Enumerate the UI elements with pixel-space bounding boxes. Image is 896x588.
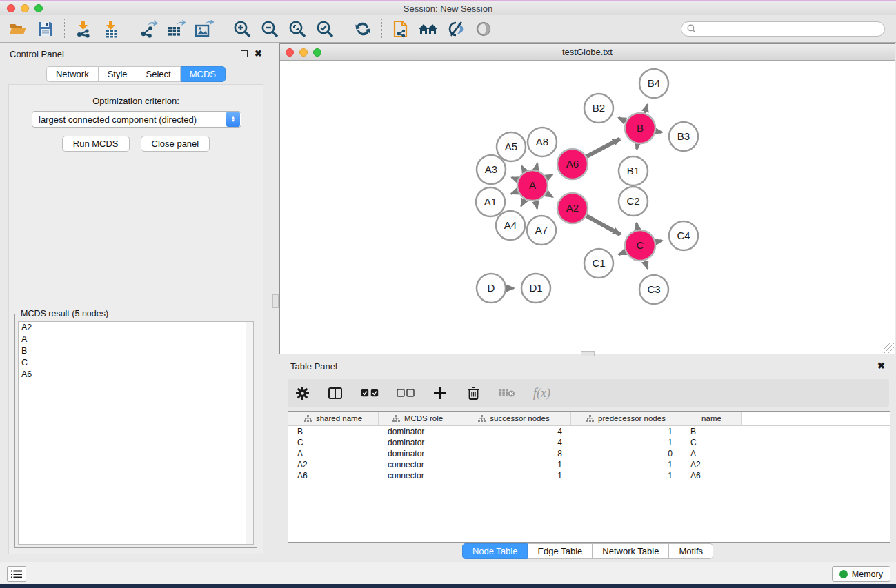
import-table-button[interactable] xyxy=(97,17,125,41)
graph-edge-A-A8[interactable] xyxy=(536,163,537,170)
column-header-name[interactable]: name xyxy=(681,412,742,425)
table-cell[interactable]: 1 xyxy=(457,471,571,480)
graph-edge-A-A6[interactable] xyxy=(546,175,552,179)
hide-graphics-button[interactable] xyxy=(442,17,470,41)
table-cell[interactable]: connector xyxy=(379,471,457,480)
table-row[interactable]: Cdominator41C xyxy=(288,437,890,448)
tab-style[interactable]: Style xyxy=(99,66,137,82)
table-row[interactable]: A6connector11A6 xyxy=(288,470,890,481)
close-panel-button[interactable]: Close panel xyxy=(141,136,210,152)
graph-edge-A-A5[interactable] xyxy=(521,166,524,172)
table-cell[interactable]: A6 xyxy=(288,471,379,480)
graph-node-B[interactable]: B xyxy=(625,113,655,143)
table-cell[interactable]: B xyxy=(288,427,379,436)
table-cell[interactable]: 4 xyxy=(457,438,571,447)
column-header-shared-name[interactable]: shared name xyxy=(288,412,379,425)
mcds-result-item[interactable]: C xyxy=(19,357,253,369)
open-session-button[interactable] xyxy=(4,17,32,41)
split-table-button[interactable] xyxy=(328,387,343,399)
export-image-button[interactable] xyxy=(190,17,218,41)
zoom-selected-button[interactable] xyxy=(311,17,339,41)
zoom-out-button[interactable] xyxy=(256,17,283,41)
table-cell[interactable]: 1 xyxy=(457,460,571,469)
graph-edge-A2-C[interactable] xyxy=(586,216,620,234)
tab-node-table[interactable]: Node Table xyxy=(462,543,528,559)
function-builder-button[interactable]: f(x) xyxy=(533,386,550,401)
table-cell[interactable]: dominator xyxy=(379,427,457,436)
graph-node-A[interactable]: A xyxy=(517,170,548,201)
table-row[interactable]: Bdominator41B xyxy=(288,426,890,437)
graph-node-D1[interactable]: D1 xyxy=(521,274,550,303)
run-mcds-button[interactable]: Run MCDS xyxy=(62,136,130,152)
table-cell[interactable]: 0 xyxy=(571,449,681,458)
graph-edge-A6-B[interactable] xyxy=(586,139,620,156)
column-header-predecessor-nodes[interactable]: predecessor nodes xyxy=(571,412,681,425)
table-row[interactable]: Adominator80A xyxy=(288,448,890,459)
graph-node-C[interactable]: C xyxy=(625,230,655,261)
close-panel-icon[interactable]: ✖ xyxy=(877,363,885,369)
tab-network[interactable]: Network xyxy=(46,66,99,82)
graph-node-A5[interactable]: A5 xyxy=(497,132,526,161)
delete-table-button[interactable] xyxy=(499,388,515,398)
save-session-button[interactable] xyxy=(32,17,59,41)
mcds-result-item[interactable]: A2 xyxy=(19,322,253,334)
search-input[interactable] xyxy=(699,24,879,34)
graph-node-C2[interactable]: C2 xyxy=(619,187,648,216)
table-cell[interactable]: A xyxy=(288,449,379,458)
column-header-mcds-role[interactable]: MCDS role xyxy=(379,412,457,425)
column-header-successor-nodes[interactable]: successor nodes xyxy=(457,412,571,425)
graph-node-C4[interactable]: C4 xyxy=(669,221,698,250)
graph-edge-B-B2[interactable] xyxy=(619,118,626,121)
select-all-button[interactable] xyxy=(361,389,379,397)
refresh-button[interactable] xyxy=(349,17,377,41)
table-cell[interactable]: dominator xyxy=(379,438,457,447)
graph-edge-C-C1[interactable] xyxy=(619,252,626,254)
table-cell[interactable]: A xyxy=(681,449,742,458)
graph-node-A7[interactable]: A7 xyxy=(527,216,556,245)
table-cell[interactable]: dominator xyxy=(379,449,457,458)
graph-node-A1[interactable]: A1 xyxy=(476,187,505,216)
graph-node-A4[interactable]: A4 xyxy=(496,211,525,240)
table-cell[interactable]: 8 xyxy=(457,449,571,458)
table-cell[interactable]: 4 xyxy=(457,427,571,436)
graph-edge-B-B1[interactable] xyxy=(637,144,637,150)
criterion-dropdown[interactable]: largest connected component (directed) ▲… xyxy=(32,111,241,128)
tab-edge-table[interactable]: Edge Table xyxy=(528,543,593,559)
mcds-result-list[interactable]: A2ABCA6 xyxy=(18,321,254,545)
graph-edge-A-A1[interactable] xyxy=(511,191,518,194)
add-column-button[interactable] xyxy=(432,387,448,399)
table-cell[interactable]: A2 xyxy=(681,460,742,469)
table-row[interactable]: A2connector11A2 xyxy=(288,459,890,470)
export-table-button[interactable] xyxy=(163,17,190,41)
splitter-handle-vertical[interactable] xyxy=(272,294,279,308)
graph-edge-A-A7[interactable] xyxy=(536,201,537,209)
table-cell[interactable]: A2 xyxy=(288,460,379,469)
gear-button[interactable] xyxy=(295,387,310,400)
graph-node-C1[interactable]: C1 xyxy=(584,249,613,278)
table-cell[interactable]: B xyxy=(681,427,742,436)
table-cell[interactable]: C xyxy=(681,438,742,447)
graph-node-A3[interactable]: A3 xyxy=(477,155,506,184)
graph-node-A8[interactable]: A8 xyxy=(528,128,557,156)
graph-node-C3[interactable]: C3 xyxy=(639,275,668,304)
float-panel-icon[interactable] xyxy=(241,50,248,57)
splitter-handle-horizontal[interactable] xyxy=(581,351,595,356)
graph-node-B1[interactable]: B1 xyxy=(619,156,648,185)
float-panel-icon[interactable] xyxy=(864,363,870,369)
zoom-in-button[interactable] xyxy=(228,17,256,41)
table-cell[interactable]: 1 xyxy=(571,471,681,480)
graph-edge-C-C4[interactable] xyxy=(655,241,661,242)
zoom-fit-button[interactable] xyxy=(283,17,311,41)
unselect-all-button[interactable] xyxy=(397,389,415,397)
graph-node-A6[interactable]: A6 xyxy=(557,149,588,179)
task-history-button[interactable] xyxy=(7,566,26,582)
export-network-button[interactable] xyxy=(135,17,163,41)
home-button[interactable] xyxy=(415,17,442,41)
table-cell[interactable]: 1 xyxy=(571,460,681,469)
table-cell[interactable]: A6 xyxy=(681,471,742,480)
import-network-button[interactable] xyxy=(70,17,97,41)
memory-button[interactable]: Memory xyxy=(832,566,890,582)
tab-mcds[interactable]: MCDS xyxy=(181,66,226,82)
tab-select[interactable]: Select xyxy=(137,66,181,82)
tab-motifs[interactable]: Motifs xyxy=(669,543,713,559)
